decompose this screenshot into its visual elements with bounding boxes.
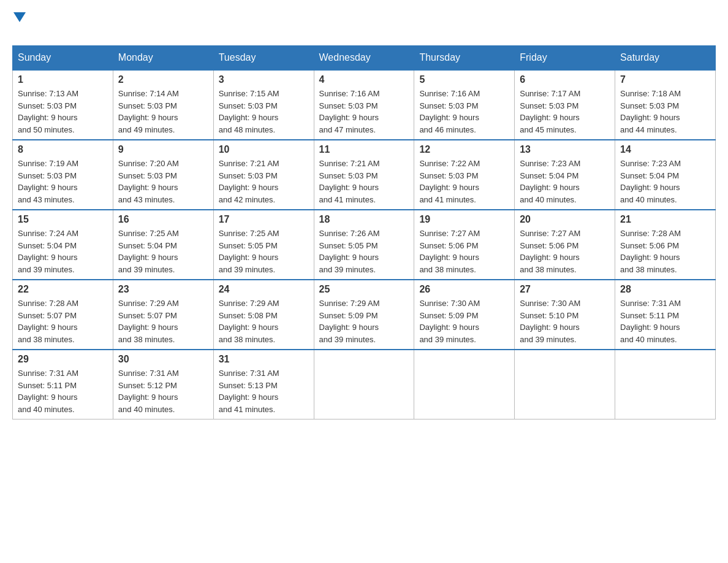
day-number: 23 <box>118 284 208 295</box>
day-number: 29 <box>18 354 108 365</box>
day-info: Sunrise: 7:16 AMSunset: 5:03 PMDaylight:… <box>319 88 409 136</box>
week-row-1: 1 Sunrise: 7:13 AMSunset: 5:03 PMDayligh… <box>13 70 716 140</box>
day-number: 20 <box>520 214 610 225</box>
col-monday: Monday <box>113 46 213 71</box>
calendar-cell: 3 Sunrise: 7:15 AMSunset: 5:03 PMDayligh… <box>213 70 314 140</box>
day-number: 2 <box>118 74 208 85</box>
calendar-cell: 21 Sunrise: 7:28 AMSunset: 5:06 PMDaylig… <box>615 210 716 280</box>
calendar-cell: 11 Sunrise: 7:21 AMSunset: 5:03 PMDaylig… <box>314 140 414 210</box>
day-info: Sunrise: 7:31 AMSunset: 5:12 PMDaylight:… <box>118 367 208 415</box>
calendar-cell: 27 Sunrise: 7:30 AMSunset: 5:10 PMDaylig… <box>515 280 615 350</box>
col-friday: Friday <box>515 46 615 71</box>
day-info: Sunrise: 7:31 AMSunset: 5:13 PMDaylight:… <box>219 367 309 415</box>
day-number: 1 <box>18 74 108 85</box>
day-info: Sunrise: 7:19 AMSunset: 5:03 PMDaylight:… <box>18 158 108 205</box>
day-info: Sunrise: 7:23 AMSunset: 5:04 PMDaylight:… <box>620 158 710 205</box>
calendar-cell: 12 Sunrise: 7:22 AMSunset: 5:03 PMDaylig… <box>414 140 515 210</box>
day-info: Sunrise: 7:16 AMSunset: 5:03 PMDaylight:… <box>419 88 509 136</box>
day-number: 13 <box>520 144 610 155</box>
day-number: 30 <box>118 354 208 365</box>
day-number: 3 <box>219 74 309 85</box>
day-info: Sunrise: 7:18 AMSunset: 5:03 PMDaylight:… <box>620 88 710 136</box>
col-tuesday: Tuesday <box>213 46 314 71</box>
day-number: 7 <box>620 74 710 85</box>
day-number: 25 <box>319 284 409 295</box>
day-number: 8 <box>18 144 108 155</box>
calendar-cell: 10 Sunrise: 7:21 AMSunset: 5:03 PMDaylig… <box>213 140 314 210</box>
week-row-5: 29 Sunrise: 7:31 AMSunset: 5:11 PMDaylig… <box>13 350 716 419</box>
day-number: 12 <box>419 144 509 155</box>
day-number: 16 <box>118 214 208 225</box>
day-number: 27 <box>520 284 610 295</box>
day-info: Sunrise: 7:23 AMSunset: 5:04 PMDaylight:… <box>520 158 610 205</box>
day-info: Sunrise: 7:22 AMSunset: 5:03 PMDaylight:… <box>419 158 509 205</box>
day-info: Sunrise: 7:29 AMSunset: 5:08 PMDaylight:… <box>219 297 309 345</box>
calendar-cell: 20 Sunrise: 7:27 AMSunset: 5:06 PMDaylig… <box>515 210 615 280</box>
calendar-cell: 24 Sunrise: 7:29 AMSunset: 5:08 PMDaylig… <box>213 280 314 350</box>
page-header <box>12 12 716 36</box>
day-number: 6 <box>520 74 610 85</box>
calendar-cell <box>314 350 414 419</box>
week-row-3: 15 Sunrise: 7:24 AMSunset: 5:04 PMDaylig… <box>13 210 716 280</box>
col-wednesday: Wednesday <box>314 46 414 71</box>
calendar-table: Sunday Monday Tuesday Wednesday Thursday… <box>12 45 716 419</box>
calendar-cell: 17 Sunrise: 7:25 AMSunset: 5:05 PMDaylig… <box>213 210 314 280</box>
calendar-cell: 14 Sunrise: 7:23 AMSunset: 5:04 PMDaylig… <box>615 140 716 210</box>
calendar-cell <box>414 350 515 419</box>
day-info: Sunrise: 7:31 AMSunset: 5:11 PMDaylight:… <box>18 367 108 415</box>
day-info: Sunrise: 7:17 AMSunset: 5:03 PMDaylight:… <box>520 88 610 136</box>
logo-arrow-icon <box>13 12 26 22</box>
calendar-cell <box>615 350 716 419</box>
day-info: Sunrise: 7:25 AMSunset: 5:05 PMDaylight:… <box>219 228 309 275</box>
day-info: Sunrise: 7:21 AMSunset: 5:03 PMDaylight:… <box>319 158 409 205</box>
day-info: Sunrise: 7:14 AMSunset: 5:03 PMDaylight:… <box>118 88 208 136</box>
day-number: 28 <box>620 284 710 295</box>
calendar-cell: 4 Sunrise: 7:16 AMSunset: 5:03 PMDayligh… <box>314 70 414 140</box>
day-info: Sunrise: 7:13 AMSunset: 5:03 PMDaylight:… <box>18 88 108 136</box>
day-info: Sunrise: 7:24 AMSunset: 5:04 PMDaylight:… <box>18 228 108 275</box>
day-info: Sunrise: 7:29 AMSunset: 5:09 PMDaylight:… <box>319 297 409 345</box>
day-info: Sunrise: 7:27 AMSunset: 5:06 PMDaylight:… <box>520 228 610 275</box>
calendar-cell: 28 Sunrise: 7:31 AMSunset: 5:11 PMDaylig… <box>615 280 716 350</box>
calendar-cell: 13 Sunrise: 7:23 AMSunset: 5:04 PMDaylig… <box>515 140 615 210</box>
day-number: 19 <box>419 214 509 225</box>
calendar-cell: 2 Sunrise: 7:14 AMSunset: 5:03 PMDayligh… <box>113 70 213 140</box>
day-info: Sunrise: 7:27 AMSunset: 5:06 PMDaylight:… <box>419 228 509 275</box>
day-info: Sunrise: 7:21 AMSunset: 5:03 PMDaylight:… <box>219 158 309 205</box>
calendar-cell: 1 Sunrise: 7:13 AMSunset: 5:03 PMDayligh… <box>13 70 113 140</box>
col-saturday: Saturday <box>615 46 716 71</box>
day-number: 14 <box>620 144 710 155</box>
day-info: Sunrise: 7:26 AMSunset: 5:05 PMDaylight:… <box>319 228 409 275</box>
calendar-cell: 8 Sunrise: 7:19 AMSunset: 5:03 PMDayligh… <box>13 140 113 210</box>
calendar-cell: 30 Sunrise: 7:31 AMSunset: 5:12 PMDaylig… <box>113 350 213 419</box>
day-number: 15 <box>18 214 108 225</box>
day-number: 31 <box>219 354 309 365</box>
col-sunday: Sunday <box>13 46 113 71</box>
calendar-cell: 7 Sunrise: 7:18 AMSunset: 5:03 PMDayligh… <box>615 70 716 140</box>
day-info: Sunrise: 7:28 AMSunset: 5:07 PMDaylight:… <box>18 297 108 345</box>
calendar-cell: 16 Sunrise: 7:25 AMSunset: 5:04 PMDaylig… <box>113 210 213 280</box>
calendar-cell: 31 Sunrise: 7:31 AMSunset: 5:13 PMDaylig… <box>213 350 314 419</box>
day-number: 5 <box>419 74 509 85</box>
calendar-cell: 22 Sunrise: 7:28 AMSunset: 5:07 PMDaylig… <box>13 280 113 350</box>
calendar-cell <box>515 350 615 419</box>
day-number: 10 <box>219 144 309 155</box>
day-number: 9 <box>118 144 208 155</box>
day-info: Sunrise: 7:25 AMSunset: 5:04 PMDaylight:… <box>118 228 208 275</box>
calendar-cell: 6 Sunrise: 7:17 AMSunset: 5:03 PMDayligh… <box>515 70 615 140</box>
day-number: 17 <box>219 214 309 225</box>
calendar-cell: 26 Sunrise: 7:30 AMSunset: 5:09 PMDaylig… <box>414 280 515 350</box>
day-number: 11 <box>319 144 409 155</box>
calendar-cell: 23 Sunrise: 7:29 AMSunset: 5:07 PMDaylig… <box>113 280 213 350</box>
week-row-2: 8 Sunrise: 7:19 AMSunset: 5:03 PMDayligh… <box>13 140 716 210</box>
calendar-cell: 9 Sunrise: 7:20 AMSunset: 5:03 PMDayligh… <box>113 140 213 210</box>
logo <box>12 12 27 36</box>
day-number: 4 <box>319 74 409 85</box>
day-number: 26 <box>419 284 509 295</box>
day-info: Sunrise: 7:31 AMSunset: 5:11 PMDaylight:… <box>620 297 710 345</box>
header-row: Sunday Monday Tuesday Wednesday Thursday… <box>13 46 716 71</box>
col-thursday: Thursday <box>414 46 515 71</box>
day-info: Sunrise: 7:29 AMSunset: 5:07 PMDaylight:… <box>118 297 208 345</box>
calendar-cell: 25 Sunrise: 7:29 AMSunset: 5:09 PMDaylig… <box>314 280 414 350</box>
day-info: Sunrise: 7:30 AMSunset: 5:10 PMDaylight:… <box>520 297 610 345</box>
